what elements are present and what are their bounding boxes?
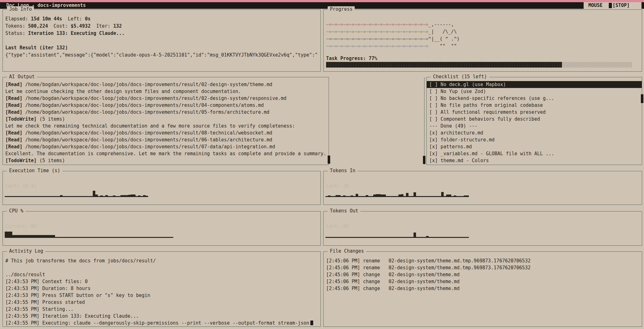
checklist-item[interactable]: [x] _variables.md - GLOBAL file with ALL… [427, 150, 642, 157]
chart-bar [141, 237, 143, 238]
checklist-right-scrollbar-thumb[interactable] [641, 94, 643, 103]
chart-bar [408, 196, 411, 197]
chart-bar [393, 237, 396, 238]
task-progress-fill [326, 62, 562, 68]
chart-bar [143, 237, 146, 238]
checklist-item[interactable]: [ ] No Yup (use Zod) [427, 88, 642, 95]
chart-bar [128, 195, 130, 197]
chart-bar [449, 237, 451, 238]
chart-bar [464, 195, 466, 197]
mouse-toggle[interactable]: MOUSE [588, 3, 602, 8]
chart-bar [22, 235, 25, 238]
chart-bar [65, 237, 68, 238]
chart-bar [98, 196, 100, 197]
chart-bar [17, 196, 20, 197]
ai-output-line: [Read] /home/bogdan/workspace/doc-loop/j… [5, 95, 327, 102]
chart-bar [396, 196, 398, 197]
chart-bar [88, 196, 90, 197]
chart-bar [95, 237, 98, 238]
ai-output-line: [Read] /home/bogdan/workspace/doc-loop/j… [5, 109, 327, 116]
chart-bar [454, 195, 456, 197]
execution-time-hint: Last: 18.4s [5, 183, 36, 189]
checklist-left-scroll-thumb[interactable] [423, 156, 425, 164]
chart-bar [378, 194, 381, 197]
chart-bar [466, 195, 469, 197]
ascii-art-line: ~=~=~=~=~=~=~=~=~=~=~=~=~=~=~=~=~=~=^|__… [326, 36, 459, 43]
chart-bar [88, 237, 90, 238]
ai-output-scrollbar-thumb[interactable] [328, 156, 330, 164]
checklist-item[interactable]: [ ] No deck.gl (use Mapbox) [427, 81, 642, 88]
chart-bar [58, 196, 60, 197]
checklist-item[interactable]: [x] theme.md - Colors [427, 157, 642, 164]
chart-bar [58, 237, 60, 238]
chart-bar [368, 196, 371, 197]
job-info-panel: Job Info Elapsed: 15d 10m 44s Left: 0sTo… [3, 9, 321, 72]
chart-bar [40, 196, 42, 197]
file-changes-panel: File Changes [2:45:06 PM] rename 02-desi… [323, 251, 642, 327]
title-bar: Doc Loop - docs-improvements MOUSE [STOP… [0, 2, 644, 9]
chart-bar [363, 196, 366, 197]
ai-output-line: [Read] /home/bogdan/workspace/doc-loop/j… [5, 143, 327, 150]
chart-bar [98, 237, 100, 238]
checklist-item[interactable]: --- Done (49) --- [427, 123, 642, 129]
chart-bar [421, 237, 424, 238]
chart-bar [50, 196, 53, 197]
chart-bar [20, 196, 22, 197]
chart-bar [60, 195, 63, 197]
file-change-row: [2:45:06 PM] change 02-design-system/the… [326, 271, 640, 278]
chart-bar [90, 237, 93, 238]
chart-bar [63, 237, 65, 238]
chart-bar [75, 237, 78, 238]
chart-bar [441, 237, 444, 238]
ai-output-lines: [Read] /home/bogdan/workspace/doc-loop/j… [5, 81, 327, 164]
chart-bar [361, 237, 363, 238]
job-info-line: Status: Iteration 133: Executing Claude.… [5, 30, 319, 37]
chart-bar [73, 237, 75, 238]
chart-bar [330, 196, 333, 197]
checklist-items: [ ] No deck.gl (use Mapbox)[ ] No Yup (u… [427, 81, 642, 164]
checklist-title: Checklist (15 left) [431, 74, 489, 80]
chart-bar [451, 237, 454, 238]
chart-bar [351, 237, 353, 238]
checklist-item[interactable]: [ ] No file paths from original codebase [427, 102, 642, 109]
chart-bar [419, 196, 421, 197]
activity-log-title: Activity Log [7, 248, 45, 254]
execution-time-title: Execution Time (s) [7, 168, 63, 173]
chart-bar [138, 195, 141, 197]
chart-bar [351, 195, 353, 197]
checklist-item[interactable]: [x] architecture.md [427, 129, 642, 136]
checklist-item[interactable]: [x] patterns.md [427, 143, 642, 150]
chart-bar [151, 237, 153, 238]
chart-bar [464, 237, 466, 238]
progress-panel: Progress ~=~=~=~=~=~=~=~=~=~=~=~=~=~=~=~… [323, 9, 642, 72]
chart-bar [336, 195, 338, 197]
chart-bar [115, 237, 118, 238]
ai-output-line: [Read] /home/bogdan/workspace/doc-loop/j… [5, 136, 327, 143]
chart-bar [141, 196, 143, 197]
job-info-line: Elapsed: 15d 10m 44s Left: 0s [5, 15, 319, 23]
activity-log-line [5, 264, 319, 271]
checklist-item[interactable]: [ ] All functional requirements preserve… [427, 109, 642, 116]
chart-bar [366, 237, 368, 238]
ai-output-line: [TodoWrite] (5 items) [5, 157, 327, 164]
chart-bar [421, 196, 424, 197]
chart-bar [434, 237, 436, 238]
titlebar-cursor-block [609, 3, 612, 8]
chart-bar [78, 237, 80, 238]
checklist-item[interactable]: [ ] No backend-specific references (use … [427, 95, 642, 102]
checklist-item[interactable]: [x] folder-structure.md [427, 136, 642, 143]
chart-bar [461, 237, 464, 238]
chart-bar [10, 232, 12, 238]
stop-button[interactable]: [STOP] [613, 3, 630, 8]
chart-bar [378, 237, 381, 238]
chart-bar [419, 237, 421, 238]
cpu-chart [5, 232, 173, 238]
chart-bar [93, 237, 95, 238]
chart-bar [456, 196, 459, 197]
chart-bar [416, 237, 419, 238]
checklist-item[interactable]: [ ] Component behaviors fully described [427, 116, 642, 123]
chart-bar [358, 196, 361, 197]
ascii-art-line: ~=~=~=~=~=~=~=~=~=~=~=~=~=~=~=~=~=~=_,--… [326, 21, 459, 28]
chart-bar [85, 237, 88, 238]
chart-bar [388, 237, 391, 238]
